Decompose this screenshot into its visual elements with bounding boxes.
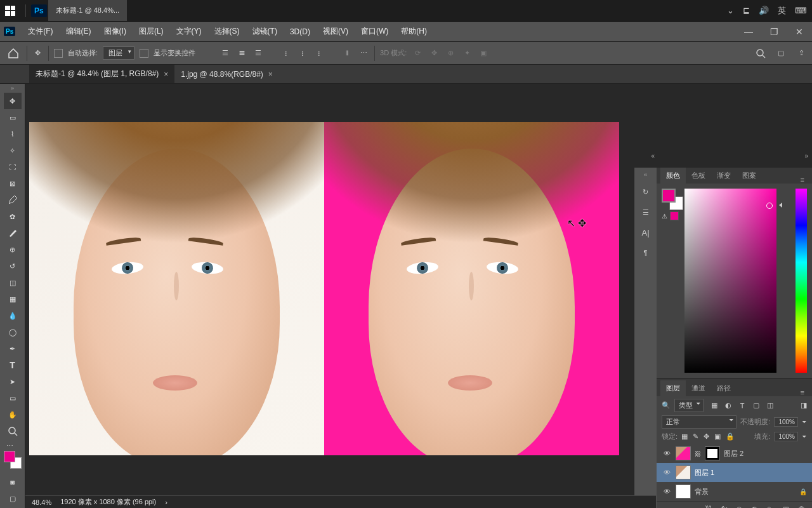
quick-mask-tool[interactable]: ◙ <box>4 474 22 490</box>
menu-edit[interactable]: 编辑(E) <box>60 26 98 37</box>
fill-value[interactable]: 100% <box>774 432 798 441</box>
menu-image[interactable]: 图像(I) <box>98 26 133 37</box>
menu-select[interactable]: 选择(S) <box>208 26 246 37</box>
crop-tool[interactable]: ⛶ <box>4 159 22 175</box>
saturation-field[interactable] <box>684 189 776 373</box>
lasso-tool[interactable]: ⌇ <box>4 126 22 142</box>
app-icon[interactable]: Ps <box>4 27 15 36</box>
lock-position-icon[interactable]: ✥ <box>704 432 709 441</box>
panel-menu-icon[interactable]: ≡ <box>801 389 808 396</box>
tab-paths[interactable]: 路径 <box>711 380 737 396</box>
type-tool[interactable]: T <box>4 357 22 373</box>
link-mask-icon[interactable]: ⛓ <box>695 450 701 457</box>
zoom-tool[interactable] <box>4 423 22 439</box>
tab-patterns[interactable]: 图案 <box>737 168 762 184</box>
new-layer-icon[interactable]: ⊞ <box>783 505 789 509</box>
link-layers-icon[interactable]: ⛓ <box>705 505 712 509</box>
gamut-color-box[interactable] <box>670 211 679 220</box>
menu-type[interactable]: 文字(Y) <box>170 26 208 37</box>
history-icon[interactable]: ↻ <box>639 185 652 198</box>
doc-dimensions[interactable]: 1920 像素 x 1080 像素 (96 ppi) <box>60 497 156 507</box>
blur-tool[interactable]: 💧 <box>4 307 22 324</box>
workspace-icon[interactable]: ▢ <box>775 48 787 59</box>
color-picker[interactable] <box>684 189 807 373</box>
new-group-icon[interactable]: 🗀 <box>766 505 774 509</box>
frame-tool[interactable]: ⊠ <box>4 175 22 192</box>
path-select-tool[interactable]: ➤ <box>4 373 22 390</box>
menu-3d[interactable]: 3D(D) <box>284 27 317 36</box>
ime-icon[interactable]: ⌨ <box>795 6 807 15</box>
menu-help[interactable]: 帮助(H) <box>395 26 433 37</box>
adjustment-layer-icon[interactable]: ◐ <box>751 505 757 509</box>
delete-layer-icon[interactable]: 🗑 <box>798 505 806 509</box>
lock-transparent-icon[interactable]: ▦ <box>681 432 688 441</box>
menu-window[interactable]: 窗口(W) <box>355 26 395 37</box>
color-swatch[interactable] <box>662 189 681 208</box>
tab-channels[interactable]: 通道 <box>686 380 711 396</box>
filter-type-icon[interactable]: T <box>738 401 747 410</box>
gradient-tool[interactable]: ▦ <box>4 291 22 307</box>
tab-color[interactable]: 颜色 <box>660 168 686 184</box>
more-icon[interactable]: ⋯ <box>358 48 369 59</box>
chevron-down-icon[interactable]: ⏷ <box>802 434 807 439</box>
collapse-icon[interactable]: » <box>804 152 808 159</box>
chevron-down-icon[interactable]: ⏷ <box>802 419 807 425</box>
properties-icon[interactable]: ☰ <box>639 206 652 218</box>
auto-select-dropdown[interactable]: 图层 <box>103 46 134 60</box>
paragraph-icon[interactable]: ¶ <box>639 246 652 259</box>
chevron-right-icon[interactable]: › <box>165 498 167 506</box>
align-middle-icon[interactable]: ⫶ <box>297 48 308 59</box>
add-mask-icon[interactable]: ◎ <box>736 505 742 509</box>
visibility-icon[interactable]: 👁 <box>662 469 672 476</box>
document-tab-1[interactable]: 未标题-1 @ 48.4% (图层 1, RGB/8#) × <box>29 65 174 83</box>
move-tool[interactable]: ✥ <box>4 93 22 109</box>
pen-tool[interactable]: ✒ <box>4 340 22 357</box>
expand-icon[interactable]: » <box>11 85 14 91</box>
share-icon[interactable]: ⇪ <box>796 48 807 59</box>
lock-all-icon[interactable]: 🔒 <box>726 432 735 441</box>
search-icon[interactable] <box>755 48 766 59</box>
healing-brush-tool[interactable]: ✿ <box>4 208 22 225</box>
network-icon[interactable]: ⊑ <box>743 6 750 15</box>
marquee-tool[interactable]: ▭ <box>4 109 22 126</box>
document-tab-2[interactable]: 1.jpg @ 48.8%(RGB/8#) × <box>174 65 279 83</box>
close-icon[interactable]: × <box>164 70 168 79</box>
menu-view[interactable]: 视图(V) <box>317 26 355 37</box>
photoshop-badge-icon[interactable]: Ps <box>31 4 47 17</box>
layer-name[interactable]: 图层 2 <box>724 449 743 458</box>
menu-file[interactable]: 文件(F) <box>22 26 59 37</box>
layer-row[interactable]: 👁 图层 1 <box>657 463 812 482</box>
home-icon[interactable] <box>5 45 22 62</box>
layer-row[interactable]: 👁 ⛓ 图层 2 <box>657 444 812 463</box>
align-center-h-icon[interactable]: 〓 <box>236 48 247 59</box>
tab-gradients[interactable]: 渐变 <box>711 168 737 184</box>
lock-icon[interactable]: 🔒 <box>799 488 807 495</box>
history-brush-tool[interactable]: ↺ <box>4 258 22 274</box>
filter-smart-icon[interactable]: ◫ <box>766 401 775 410</box>
opacity-value[interactable]: 100% <box>774 417 798 427</box>
hand-tool[interactable]: ✋ <box>4 406 22 423</box>
canvas[interactable] <box>29 122 619 455</box>
menu-filter[interactable]: 滤镜(T) <box>246 26 284 37</box>
blend-mode-dropdown[interactable]: 正常 <box>662 415 737 429</box>
volume-icon[interactable]: 🔊 <box>759 6 769 15</box>
filter-type-dropdown[interactable]: 类型 <box>674 399 704 412</box>
panel-menu-icon[interactable]: ≡ <box>801 176 808 184</box>
maximize-button[interactable]: ❐ <box>761 22 787 41</box>
chevron-down-icon[interactable]: ⌄ <box>727 6 734 15</box>
filter-shape-icon[interactable]: ▢ <box>752 401 761 410</box>
color-swatches[interactable] <box>4 451 22 469</box>
visibility-icon[interactable]: 👁 <box>662 450 672 457</box>
filter-adjust-icon[interactable]: ◐ <box>724 401 733 410</box>
layer-name[interactable]: 背景 <box>695 487 709 497</box>
taskbar-app-tab[interactable]: 未标题-1 @ 48.4%... <box>48 0 127 21</box>
hue-slider[interactable] <box>796 189 807 373</box>
layer-mask-thumbnail[interactable] <box>705 446 720 460</box>
lock-artboard-icon[interactable]: ▣ <box>714 432 721 441</box>
ime-lang[interactable]: 英 <box>778 5 786 17</box>
auto-select-checkbox[interactable] <box>54 49 63 58</box>
shape-tool[interactable]: ▭ <box>4 390 22 406</box>
align-bottom-icon[interactable]: ⫶ <box>313 48 325 59</box>
dodge-tool[interactable]: ◯ <box>4 324 22 340</box>
lock-image-icon[interactable]: ✎ <box>693 432 698 441</box>
